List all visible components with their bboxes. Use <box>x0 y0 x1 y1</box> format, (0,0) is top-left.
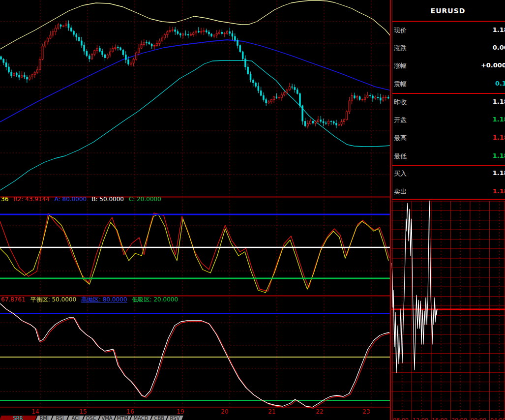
oscillator1-levels <box>0 214 391 278</box>
date-axis-label: 16 <box>120 408 140 415</box>
quote-row: 涨跌0.0000 <box>391 44 505 53</box>
tab-label: RMI <box>39 416 49 420</box>
symbol-title: EURUSD <box>391 7 505 15</box>
date-axis-label: 14 <box>26 408 45 415</box>
tab-label: CBB <box>154 416 164 420</box>
oscillator2-curves <box>0 303 391 408</box>
quote-value: 1.1875 <box>493 187 505 195</box>
time-axis-label: 16:00 <box>432 417 447 420</box>
indicator-param: A: 80.0000 <box>55 196 87 203</box>
indicator-param: B: 50.0000 <box>91 196 124 203</box>
quote-label: 震幅 <box>394 80 407 89</box>
indicator-param: 平衡区: 50.0000 <box>30 296 76 303</box>
quote-row: 现价1.1871 <box>391 26 505 35</box>
date-axis-label: 21 <box>262 408 282 415</box>
time-axis-label: 04:00 <box>490 417 505 420</box>
quote-row: 震幅0.19% <box>391 80 505 89</box>
quote-row: 卖出1.1875 <box>391 187 505 196</box>
indicator-tab-aci[interactable]: ACI <box>66 416 84 420</box>
quote-value: 1.1871 <box>493 98 505 105</box>
quote-row: 开盘1.1870 <box>391 116 505 124</box>
quote-label: 涨幅 <box>394 61 407 70</box>
date-axis-label: 23 <box>356 408 376 415</box>
indicator-param: 67.8761 <box>1 296 26 303</box>
indicator-tab-bar: SRRRMIRSIACIOSCVMAMTMMACDCBBRSV <box>0 416 390 420</box>
quote-row: 最高1.1884 <box>391 134 505 143</box>
quote-value: 1.1884 <box>493 134 505 141</box>
indicator-tab-rsv[interactable]: RSV <box>166 416 183 420</box>
quote-label: 现价 <box>394 26 407 35</box>
indicator-tab-vma[interactable]: VMA <box>98 416 116 420</box>
oscillator2-header: 67.8761平衡区: 50.0000高抛区: 80.0000低吸区: 20.0… <box>1 296 183 302</box>
quote-value: 1.1871 <box>493 26 505 33</box>
quote-row: 买入1.1871 <box>391 169 505 178</box>
date-axis-label: 19 <box>171 408 190 415</box>
bollinger-bands <box>0 0 391 190</box>
tab-label: ACI <box>71 416 80 420</box>
main-candles <box>0 21 389 129</box>
tab-label: OSC <box>86 416 96 420</box>
date-axis-label: 15 <box>73 408 93 415</box>
quote-label: 昨收 <box>394 98 407 107</box>
oscillator1-curves <box>0 213 389 293</box>
date-axis-label: 22 <box>310 408 329 415</box>
quote-label: 买入 <box>394 169 407 178</box>
indicator-tab-osc[interactable]: OSC <box>82 416 100 420</box>
time-axis-label: 20:00 <box>451 417 467 420</box>
date-axis-label: 20 <box>215 408 235 415</box>
quote-value: 1.1862 <box>493 152 505 159</box>
quote-value: +0.0000% <box>481 61 505 69</box>
quote-row: 最低1.1862 <box>391 152 505 161</box>
tab-label: MTM <box>117 416 128 420</box>
grid-dotted <box>0 0 391 407</box>
indicator-tab-srr[interactable]: SRR <box>0 416 37 420</box>
indicator-tab-macd[interactable]: MACD <box>129 416 152 420</box>
quote-label: 涨跌 <box>394 44 407 53</box>
quote-value: 1.1871 <box>493 169 505 177</box>
indicator-param: 高抛区: 80.0000 <box>81 296 127 303</box>
tab-label: MACD <box>133 416 148 420</box>
indicator-tab-cbb[interactable]: CBB <box>150 416 168 420</box>
quote-value: 1.1870 <box>493 116 505 123</box>
indicator-param: 低吸区: 20.0000 <box>132 296 178 303</box>
quote-row: 涨幅+0.0000% <box>391 61 505 70</box>
indicator-tab-rmi[interactable]: RMI <box>35 416 53 420</box>
indicator-tab-rsi[interactable]: RSI <box>51 416 68 420</box>
time-axis-label: 00:00 <box>471 417 486 420</box>
tab-label: RSV <box>170 416 179 420</box>
quote-label: 卖出 <box>394 187 407 196</box>
tab-label: VMA <box>101 416 112 420</box>
quote-row: 昨收1.1871 <box>391 98 505 107</box>
time-axis-label: 08:00 <box>393 417 409 420</box>
time-axis-label: 12:00 <box>413 417 428 420</box>
indicator-tab-mtm[interactable]: MTM <box>114 416 131 420</box>
indicator-param: R2: 43.9144 <box>13 196 49 203</box>
oscillator1-header: 36R2: 43.9144A: 80.0000B: 50.0000C: 20.0… <box>1 196 166 203</box>
indicator-param: C: 20.0000 <box>129 196 161 203</box>
tab-label: SRR <box>13 416 23 420</box>
quote-label: 最高 <box>394 134 407 143</box>
quote-panel: EURUSD 现价1.1871涨跌0.0000涨幅+0.0000%震幅0.19%… <box>391 0 505 202</box>
tab-label: RSI <box>56 416 63 420</box>
quote-label: 开盘 <box>394 116 407 124</box>
quote-value: 0.0000 <box>493 44 505 51</box>
indicator-param: 36 <box>1 196 8 203</box>
quote-value: 0.19% <box>495 80 505 87</box>
quote-label: 最低 <box>394 152 407 161</box>
trading-app-window: { "symbol": "EURUSD", "colors": { "backg… <box>0 0 505 420</box>
